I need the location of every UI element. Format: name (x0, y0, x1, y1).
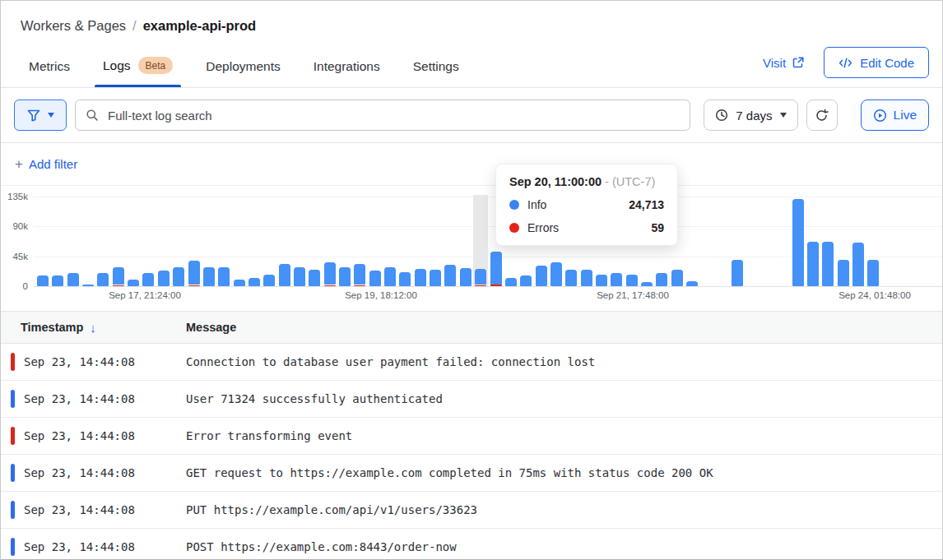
x-axis-label: Sep 21, 17:48:00 (571, 290, 694, 300)
time-range-button[interactable]: 7 days (704, 100, 797, 131)
chart-bar-info[interactable] (611, 273, 622, 286)
log-row[interactable]: Sep 23, 14:44:08POST https://example.com… (1, 529, 942, 560)
live-button[interactable]: Live (861, 100, 929, 131)
chart-bar-info[interactable] (384, 267, 396, 286)
chart-bar-errors[interactable] (354, 285, 365, 287)
column-header-timestamp[interactable]: Timestamp ↓ (1, 321, 186, 335)
header-actions: Visit Edit Code (763, 47, 929, 78)
chart-bar-info[interactable] (520, 275, 532, 286)
y-axis-label: 90k (12, 221, 28, 231)
visit-link[interactable]: Visit (763, 56, 804, 70)
tab-deployments[interactable]: Deployments (206, 58, 280, 87)
chart-bar-info[interactable] (732, 260, 743, 286)
tab-logs-label: Logs (103, 58, 131, 73)
chart-bar-info[interactable] (550, 262, 562, 286)
sort-descending-icon[interactable]: ↓ (90, 321, 96, 335)
log-row[interactable]: Sep 23, 14:44:08GET request to https://e… (1, 455, 942, 492)
log-message: Connection to database user_payment fail… (186, 355, 942, 368)
chart-bar-info[interactable] (369, 271, 381, 286)
tab-logs[interactable]: Logs Beta (103, 57, 173, 87)
chart-bar-info[interactable] (173, 267, 184, 286)
edit-code-button[interactable]: Edit Code (824, 47, 929, 78)
chart-bar-info[interactable] (113, 267, 124, 285)
chart-bar-info[interactable] (97, 273, 109, 286)
chart-bar-info[interactable] (536, 266, 547, 286)
chart-bar-info[interactable] (641, 282, 653, 286)
breadcrumb: Workers & Pages/example-api-prod (1, 1, 942, 34)
log-row[interactable]: Sep 23, 14:44:08PUT https://example.com/… (1, 492, 942, 529)
chart-bar-info[interactable] (671, 270, 683, 286)
chart-bar-errors[interactable] (188, 285, 200, 287)
chart-bar-info[interactable] (309, 270, 320, 286)
chart-bar-info[interactable] (263, 275, 275, 286)
chart-bar-info[interactable] (596, 275, 607, 286)
refresh-icon (815, 109, 829, 123)
chart-bar-info[interactable] (294, 267, 305, 286)
chart-bar-info[interactable] (565, 270, 577, 286)
tooltip-timezone: - (UTC-7) (605, 175, 655, 188)
edit-code-label: Edit Code (860, 56, 914, 70)
chart-bar-errors[interactable] (475, 285, 486, 287)
tooltip-info-row: Info 24,713 (509, 198, 664, 211)
y-axis-label: 0 (23, 281, 28, 291)
info-label: Info (527, 198, 546, 211)
log-row[interactable]: Sep 23, 14:44:08User 71324 successfully … (1, 381, 942, 418)
chart-bar-info[interactable] (249, 278, 260, 286)
chart-bar-info[interactable] (218, 267, 230, 286)
chart-bar-info[interactable] (581, 270, 592, 286)
tab-settings[interactable]: Settings (413, 58, 459, 87)
chart-bar-info[interactable] (339, 267, 351, 286)
breadcrumb-root-link[interactable]: Workers & Pages (21, 18, 126, 33)
page-header: Workers & Pages/example-api-prod Metrics… (1, 1, 942, 88)
chart-bar-info[interactable] (354, 264, 365, 285)
tab-metrics[interactable]: Metrics (29, 58, 70, 87)
log-timestamp: Sep 23, 14:44:08 (1, 466, 186, 479)
chart-bar-info[interactable] (792, 199, 804, 286)
chart-bar-info[interactable] (822, 242, 834, 286)
log-message: User 71324 successfully authenticated (186, 392, 942, 405)
chart-bar-info[interactable] (415, 269, 426, 286)
chart-bar-errors[interactable] (113, 285, 124, 287)
chart-bar-info[interactable] (852, 243, 864, 286)
beta-badge: Beta (138, 57, 174, 74)
chart-bar-info[interactable] (807, 242, 819, 286)
add-filter-row: + Add filter (1, 143, 942, 186)
chart-bar-info[interactable] (838, 260, 849, 286)
chart-bar-info[interactable] (52, 275, 63, 286)
chart-bar-info[interactable] (128, 280, 139, 286)
chart-bar-info[interactable] (82, 285, 94, 286)
search-input[interactable] (106, 108, 680, 123)
chart-bar-errors[interactable] (324, 285, 336, 287)
chart-bar-info[interactable] (505, 278, 517, 286)
add-filter-button[interactable]: + Add filter (15, 157, 77, 171)
time-range-label: 7 days (736, 109, 772, 123)
chart-bar-info[interactable] (490, 252, 502, 285)
chart-bar-info[interactable] (686, 281, 698, 286)
chart-bar-info[interactable] (444, 265, 456, 286)
chart-bar-info[interactable] (158, 271, 170, 286)
chart-bar-info[interactable] (399, 272, 411, 286)
refresh-button[interactable] (806, 100, 838, 131)
chevron-down-icon (780, 113, 787, 118)
chart-bar-info[interactable] (279, 264, 290, 286)
log-row[interactable]: Sep 23, 14:44:08Connection to database u… (1, 344, 942, 381)
chart-bar-info[interactable] (460, 268, 472, 286)
filter-dropdown-button[interactable] (14, 100, 67, 131)
chart-bar-info[interactable] (67, 273, 79, 286)
chart-bar-info[interactable] (324, 262, 336, 285)
chart-bar-info[interactable] (37, 275, 49, 286)
chart-bar-info[interactable] (475, 269, 486, 285)
chart-bar-info[interactable] (188, 261, 200, 285)
column-header-message[interactable]: Message (186, 321, 942, 334)
chart-bar-info[interactable] (430, 270, 441, 286)
chart-bar-errors[interactable] (490, 285, 502, 286)
tab-integrations[interactable]: Integrations (314, 58, 380, 87)
chart-bar-info[interactable] (234, 280, 245, 286)
chart-bar-info[interactable] (203, 267, 215, 286)
y-axis-label: 135k (7, 192, 28, 201)
chart-bar-info[interactable] (142, 273, 154, 286)
chart-bar-info[interactable] (867, 260, 879, 286)
chart-bar-info[interactable] (656, 273, 667, 286)
log-row[interactable]: Sep 23, 14:44:08Error transforming event (1, 418, 942, 455)
chart-bar-info[interactable] (626, 275, 638, 286)
